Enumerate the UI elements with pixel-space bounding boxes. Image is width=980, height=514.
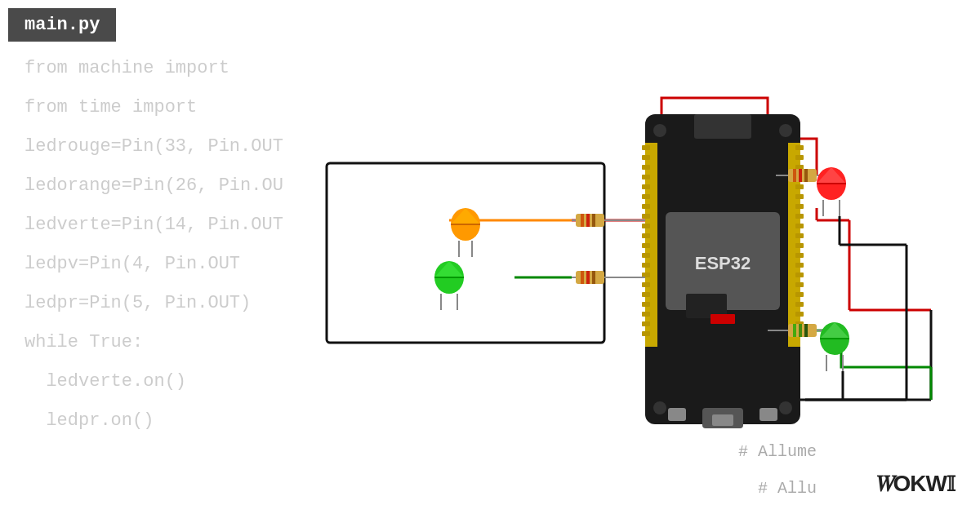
comment-line2: # Allu (758, 479, 817, 498)
svg-rect-44 (795, 194, 804, 199)
svg-rect-39 (795, 145, 804, 150)
svg-rect-56 (795, 312, 804, 317)
svg-rect-34 (642, 292, 650, 297)
svg-rect-52 (795, 273, 804, 277)
svg-rect-60 (694, 114, 751, 139)
svg-rect-47 (795, 224, 804, 228)
file-title: main.py (24, 15, 100, 35)
svg-rect-94 (804, 169, 808, 182)
svg-point-15 (653, 401, 666, 414)
svg-rect-31 (642, 263, 650, 268)
svg-rect-30 (642, 253, 650, 258)
svg-rect-69 (576, 214, 604, 227)
svg-rect-49 (795, 243, 804, 248)
svg-rect-55 (795, 302, 804, 307)
svg-rect-29 (642, 243, 650, 248)
svg-rect-38 (642, 331, 650, 336)
svg-rect-46 (795, 214, 804, 219)
svg-rect-66 (668, 408, 686, 421)
svg-rect-26 (642, 214, 650, 219)
svg-rect-91 (788, 169, 817, 182)
svg-rect-50 (795, 253, 804, 258)
circuit-diagram: ESP32 (286, 49, 939, 473)
svg-rect-70 (581, 214, 584, 227)
svg-rect-92 (793, 169, 796, 182)
svg-rect-19 (642, 145, 650, 150)
svg-rect-40 (795, 155, 804, 160)
svg-rect-102 (788, 324, 817, 337)
svg-rect-104 (799, 324, 802, 337)
svg-rect-24 (642, 194, 650, 199)
svg-rect-28 (642, 233, 650, 238)
svg-rect-23 (642, 184, 650, 189)
svg-rect-75 (576, 271, 604, 284)
svg-rect-63 (710, 314, 735, 324)
svg-rect-33 (642, 282, 650, 287)
svg-rect-51 (795, 263, 804, 268)
svg-rect-53 (795, 282, 804, 287)
svg-rect-21 (642, 165, 650, 170)
svg-rect-0 (327, 163, 604, 343)
svg-rect-71 (586, 214, 590, 227)
svg-rect-20 (642, 155, 650, 160)
svg-rect-103 (793, 324, 796, 337)
title-bar: main.py (8, 8, 116, 42)
svg-point-14 (779, 124, 792, 137)
svg-rect-77 (586, 271, 590, 284)
svg-rect-37 (642, 321, 650, 326)
svg-text:ESP32: ESP32 (695, 253, 751, 273)
svg-point-13 (653, 124, 666, 137)
svg-rect-93 (799, 169, 802, 182)
svg-rect-72 (592, 214, 595, 227)
svg-rect-35 (642, 302, 650, 307)
svg-rect-22 (642, 175, 650, 179)
svg-rect-67 (760, 408, 777, 421)
comment-line1: # Allume (738, 442, 817, 461)
svg-rect-48 (795, 233, 804, 238)
svg-rect-65 (712, 414, 733, 426)
svg-rect-27 (642, 224, 650, 228)
svg-rect-54 (795, 292, 804, 297)
wokwi-logo: 𝑊OKW𝕀 (875, 471, 956, 498)
wokwi-logo-text: 𝑊OKW𝕀 (875, 471, 956, 496)
svg-rect-25 (642, 204, 650, 209)
svg-rect-45 (795, 204, 804, 209)
svg-rect-76 (581, 271, 584, 284)
svg-rect-105 (804, 324, 808, 337)
svg-rect-43 (795, 184, 804, 189)
svg-rect-78 (592, 271, 595, 284)
svg-rect-36 (642, 312, 650, 317)
svg-point-16 (779, 401, 792, 414)
